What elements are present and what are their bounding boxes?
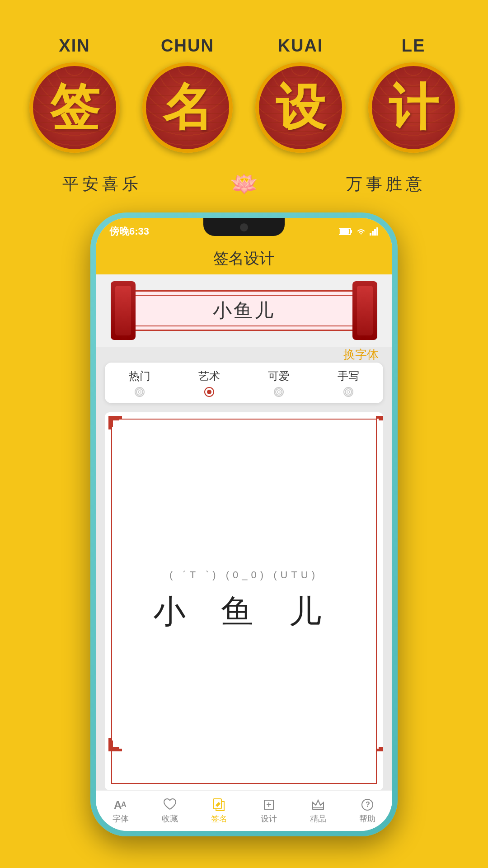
nav-favorites-label: 收藏 (162, 813, 178, 824)
tab-hot-label: 热门 (129, 369, 150, 383)
nav-favorites[interactable]: 收藏 (155, 794, 185, 828)
main-display-area: ( ´T `) (0_0) (UTU) 小 鱼 儿 (105, 412, 383, 790)
seal-circle-kuai: 设 (255, 62, 346, 153)
phone-mockup: 傍晚6:33 (90, 212, 398, 836)
svg-point-7 (136, 389, 143, 395)
category-tabs: 热门 艺术 可爱 (105, 363, 383, 403)
seal-circle-chun: 名 (142, 62, 233, 153)
tab-art[interactable]: 艺术 (189, 364, 229, 401)
scroll-left-end (111, 281, 136, 340)
tab-cute-dot-icon (275, 388, 283, 396)
seal-char-she: 设 (276, 74, 325, 142)
top-decorative-section: XIN 签 CHUN 名 KUAI 设 LE 计 (0, 0, 488, 215)
subtitle-right: 万事胜意 (346, 173, 426, 195)
display-content: ( ´T `) (0_0) (UTU) 小 鱼 儿 (105, 412, 383, 790)
tab-hot-dot (135, 387, 145, 397)
nav-font[interactable]: A A 字体 (106, 794, 136, 828)
scroll-display-area: 小鱼儿 (96, 274, 392, 347)
svg-rect-3 (370, 233, 371, 236)
tab-art-active-dot (207, 390, 211, 394)
design-icon (262, 798, 276, 811)
svg-point-8 (138, 391, 141, 393)
edit-icon (212, 798, 226, 811)
svg-rect-6 (376, 227, 378, 236)
svg-rect-33 (313, 808, 324, 810)
svg-point-10 (277, 391, 280, 393)
seal-item-le: LE 计 (364, 36, 463, 153)
phone-outer-shell: 傍晚6:33 (90, 212, 398, 836)
pinyin-xin: XIN (59, 36, 90, 56)
tab-cute[interactable]: 可爱 (259, 364, 299, 401)
seal-item-xin: XIN 签 (25, 36, 124, 153)
front-camera (240, 223, 248, 231)
phone-screen: 傍晚6:33 (96, 218, 392, 831)
svg-point-11 (345, 389, 352, 395)
tab-hot[interactable]: 热门 (120, 364, 160, 401)
wifi-icon (356, 227, 366, 236)
scroll-middle: 小鱼儿 (129, 290, 359, 331)
seal-item-kuai: KUAI 设 (251, 36, 350, 153)
svg-rect-1 (351, 230, 352, 233)
main-signature-text: 小 鱼 儿 (153, 590, 335, 633)
scroll-banner: 小鱼儿 (111, 281, 377, 340)
pinyin-chun: CHUN (161, 36, 214, 56)
signal-icon (370, 227, 379, 236)
svg-text:A: A (121, 801, 127, 808)
scroll-name-text: 小鱼儿 (213, 298, 275, 323)
svg-rect-2 (340, 229, 349, 234)
nav-design-label: 设计 (261, 813, 277, 824)
pinyin-le: LE (402, 36, 426, 56)
tab-cute-label: 可爱 (268, 369, 290, 383)
bottom-navigation: A A 字体 收藏 签名 (96, 790, 392, 831)
svg-text:?: ? (366, 801, 370, 808)
change-font-button[interactable]: 换字体 (343, 347, 379, 363)
lotus-icon: 🪷 (230, 171, 258, 197)
nav-font-label: 字体 (113, 813, 129, 824)
seal-item-chun: CHUN 名 (138, 36, 237, 153)
subtitle-left: 平安喜乐 (62, 173, 142, 195)
scroll-inner-border: 小鱼儿 (135, 295, 353, 326)
change-font-area[interactable]: 换字体 (343, 347, 379, 363)
svg-point-9 (276, 389, 282, 395)
svg-point-12 (347, 391, 350, 393)
heart-icon (163, 798, 177, 811)
battery-icon (339, 227, 352, 236)
nav-help-label: 帮助 (359, 813, 375, 824)
tab-handwrite[interactable]: 手写 (328, 364, 368, 401)
svg-rect-4 (372, 231, 374, 236)
app-title: 签名设计 (213, 248, 275, 269)
seal-char-qian: 签 (50, 74, 99, 142)
status-icons (339, 225, 379, 236)
tab-art-dot (204, 387, 214, 397)
tab-handwrite-dot-icon (344, 388, 352, 396)
svg-rect-5 (374, 229, 376, 236)
nav-premium[interactable]: 精品 (303, 794, 333, 828)
tab-hot-dot-icon (136, 388, 144, 396)
seal-char-ji: 计 (389, 74, 438, 142)
font-icon: A A (113, 798, 128, 811)
seal-circle-xin: 签 (29, 62, 120, 153)
nav-help[interactable]: ? 帮助 (352, 794, 382, 828)
pinyin-kuai: KUAI (278, 36, 324, 56)
status-time: 傍晚6:33 (109, 222, 149, 238)
svg-text:A: A (114, 799, 122, 811)
nav-signature[interactable]: 签名 (204, 794, 234, 828)
seal-char-ming: 名 (163, 74, 212, 142)
nav-premium-label: 精品 (310, 813, 326, 824)
crown-icon (311, 798, 325, 811)
subtitle-row: 平安喜乐 🪷 万事胜意 (18, 171, 470, 197)
seal-circle-le: 计 (368, 62, 459, 153)
phone-notch (203, 218, 285, 236)
emoticon-row: ( ´T `) (0_0) (UTU) (169, 569, 319, 581)
app-header: 签名设计 (96, 243, 392, 274)
seal-row: XIN 签 CHUN 名 KUAI 设 LE 计 (18, 36, 470, 153)
tab-handwrite-label: 手写 (338, 369, 359, 383)
help-icon: ? (361, 798, 374, 811)
tab-handwrite-dot (343, 387, 353, 397)
nav-signature-label: 签名 (211, 813, 227, 824)
tab-art-label: 艺术 (198, 369, 220, 383)
nav-design[interactable]: 设计 (254, 794, 284, 828)
scroll-right-end (352, 281, 377, 340)
tab-cute-dot (274, 387, 284, 397)
